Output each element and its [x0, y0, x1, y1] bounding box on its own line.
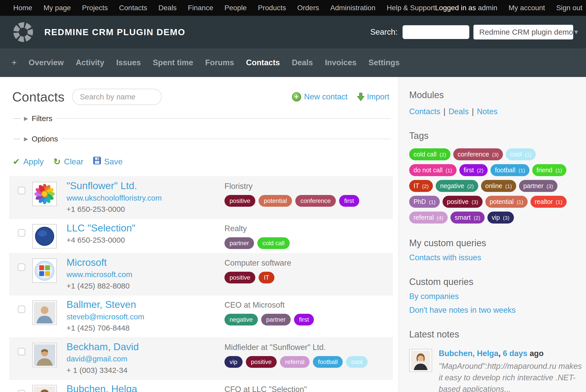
my-account-link[interactable]: My account — [509, 4, 545, 12]
tab-spent-time[interactable]: Spent time — [153, 58, 193, 67]
import-link[interactable]: Import — [367, 92, 389, 101]
tag-pill[interactable]: vip — [224, 356, 243, 368]
row-checkbox[interactable] — [18, 390, 25, 392]
tag-pill[interactable]: partner — [261, 314, 291, 325]
topnav-item-people[interactable]: People — [224, 4, 247, 12]
tag-pill[interactable]: partner — [224, 237, 254, 249]
tab-forums[interactable]: Forums — [205, 58, 234, 67]
note-age-link[interactable]: 6 days — [503, 349, 528, 358]
tab-activity[interactable]: Activity — [76, 58, 104, 67]
project-selector[interactable]: Redmine CRM plugin demo ▼ — [473, 25, 573, 40]
tag-pill[interactable]: cold call — [257, 237, 290, 249]
tag-pill[interactable]: football — [313, 356, 343, 368]
contact-secondary-link[interactable]: steveb@microsoft.com — [66, 312, 214, 322]
row-checkbox[interactable] — [18, 264, 25, 271]
sidebar-tag-smart[interactable]: smart (2) — [450, 212, 485, 224]
contact-name-link[interactable]: Ballmer, Steven — [66, 298, 214, 311]
sidebar-tag-friend[interactable]: friend (1) — [532, 164, 566, 176]
contact-phone: + 1 (003) 3342-34 — [66, 365, 214, 376]
apply-link[interactable]: Apply — [23, 157, 44, 166]
sidebar-tag-negative[interactable]: negative (2) — [436, 180, 478, 192]
sidebar-tag-cold-call[interactable]: cold call (2) — [409, 148, 450, 160]
row-checkbox[interactable] — [18, 348, 25, 355]
module-link-notes[interactable]: Notes — [477, 107, 498, 116]
query-link[interactable]: Don't have notes in two weeks — [409, 306, 586, 315]
contact-name-search-input[interactable] — [72, 89, 162, 105]
filters-section-toggle[interactable]: ▶ Filters — [13, 114, 391, 123]
sidebar-tag-cool[interactable]: cool (1) — [506, 148, 536, 160]
logged-in-user-link[interactable]: admin — [478, 4, 497, 12]
contact-name-link[interactable]: Bubchen, Helga — [66, 383, 214, 392]
tab-contacts[interactable]: Contacts — [246, 58, 280, 67]
topnav-item-orders[interactable]: Orders — [297, 4, 319, 12]
topnav-item-help-support[interactable]: Help & Support — [387, 4, 435, 12]
sidebar-tag-vip[interactable]: vip (3) — [487, 212, 514, 224]
query-link[interactable]: Contacts with issues — [409, 253, 586, 262]
project-tabs: + OverviewActivityIssuesSpent timeForums… — [0, 48, 586, 77]
global-search-input[interactable] — [403, 25, 469, 39]
sidebar-tag-do-not-call[interactable]: do not call (1) — [409, 164, 457, 176]
sidebar-tag-it[interactable]: IT (2) — [409, 180, 433, 192]
tag-count: (4) — [437, 215, 443, 221]
row-checkbox[interactable] — [18, 229, 25, 237]
topnav-item-administration[interactable]: Administration — [330, 4, 375, 12]
sidebar-tag-potential[interactable]: potential (1) — [485, 196, 528, 208]
topnav-item-projects[interactable]: Projects — [82, 4, 108, 12]
tab-overview[interactable]: Overview — [29, 58, 64, 67]
tag-pill[interactable]: negative — [224, 314, 258, 325]
tab-issues[interactable]: Issues — [116, 58, 141, 67]
contact-name-link[interactable]: LLC "Selection" — [66, 222, 214, 234]
sign-out-link[interactable]: Sign out — [556, 4, 582, 12]
sidebar-tag-first[interactable]: first (2) — [459, 164, 488, 176]
tag-pill[interactable]: positive — [224, 195, 255, 207]
add-tab-button[interactable]: + — [12, 58, 17, 68]
tag-pill[interactable]: referral — [280, 356, 310, 368]
note-author-link[interactable]: Bubchen, Helga — [439, 349, 498, 358]
tag-pill[interactable]: first — [294, 314, 314, 325]
topnav-item-finance[interactable]: Finance — [188, 4, 213, 12]
topnav-item-my-page[interactable]: My page — [44, 4, 71, 12]
row-checkbox[interactable] — [18, 306, 25, 313]
module-link-contacts[interactable]: Contacts — [409, 107, 440, 116]
row-checkbox[interactable] — [18, 187, 25, 194]
contact-secondary-link[interactable]: www.microsoft.com — [66, 269, 214, 280]
sidebar-tag-referral[interactable]: referral (4) — [409, 212, 448, 224]
contact-name-link[interactable]: Microsoft — [66, 256, 214, 269]
contact-name-link[interactable]: "Sunflower" Ltd. — [66, 180, 214, 192]
sidebar-tag-conference[interactable]: conference (3) — [453, 148, 503, 160]
tag-pill[interactable]: conference — [295, 195, 336, 207]
module-link-deals[interactable]: Deals — [448, 107, 469, 116]
tab-invoices[interactable]: Invoices — [325, 58, 356, 67]
contextual-links: + New contact Import — [292, 92, 389, 101]
sidebar-tag-football[interactable]: football (1) — [490, 164, 529, 176]
clear-link[interactable]: Clear — [64, 157, 83, 166]
sidebar-tag-realtor[interactable]: realtor (1) — [530, 196, 567, 208]
new-contact-link[interactable]: New contact — [304, 92, 348, 101]
tag-pill[interactable]: first — [339, 195, 359, 207]
topnav-item-deals[interactable]: Deals — [158, 4, 177, 12]
tag-pill[interactable]: IT — [259, 272, 274, 283]
tab-deals[interactable]: Deals — [292, 58, 313, 67]
tag-pill[interactable]: positive — [224, 272, 255, 283]
save-link[interactable]: Save — [104, 157, 123, 166]
topnav-item-home[interactable]: Home — [13, 4, 32, 12]
sidebar-tag-partner[interactable]: partner (3) — [519, 180, 557, 192]
sidebar-tag-phd[interactable]: PhD (1) — [409, 196, 440, 208]
query-link[interactable]: By companies — [409, 292, 586, 301]
contact-name-link[interactable]: Beckham, David — [66, 341, 214, 353]
topnav-item-contacts[interactable]: Contacts — [119, 4, 147, 12]
topnav-item-products[interactable]: Products — [258, 4, 286, 12]
contact-phone: +1 650-253-0000 — [66, 204, 214, 215]
sidebar-tag-online[interactable]: online (1) — [481, 180, 516, 192]
options-section-toggle[interactable]: ▶ Options — [13, 135, 391, 143]
contact-secondary-link[interactable]: david@gmail.com — [66, 354, 214, 364]
contact-secondary-link[interactable]: www.ukschooloffloristry.com — [66, 193, 214, 203]
tab-settings[interactable]: Settings — [368, 58, 399, 67]
sidebar-tag-positive[interactable]: positive (3) — [443, 196, 482, 208]
tag-count: (3) — [472, 199, 478, 205]
tag-pill[interactable]: potential — [259, 195, 292, 207]
top-right: Logged in as admin My account Sign out — [435, 4, 582, 12]
tag-pill[interactable]: cool — [346, 356, 367, 368]
tag-pill[interactable]: positive — [246, 356, 277, 368]
import-arrow-icon — [357, 93, 364, 101]
